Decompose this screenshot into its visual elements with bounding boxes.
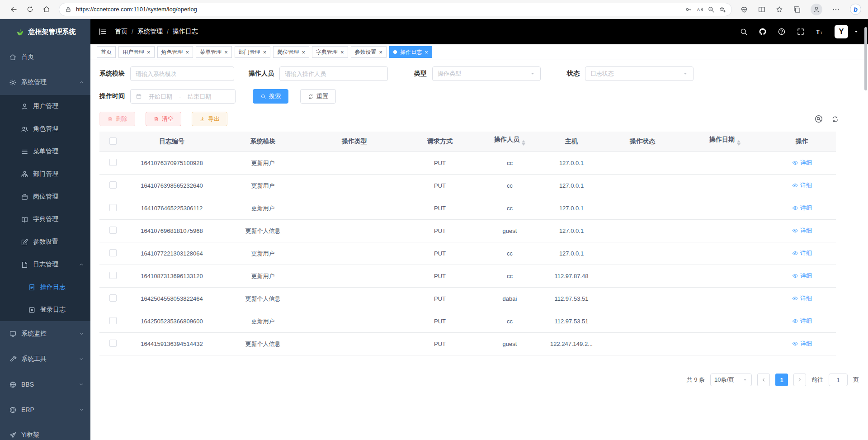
detail-link[interactable]: 详细: [792, 272, 812, 280]
reset-button[interactable]: 重置: [300, 89, 336, 104]
search-button[interactable]: 搜索: [253, 89, 288, 104]
next-page-button[interactable]: [793, 374, 806, 386]
collections-icon[interactable]: [793, 5, 801, 14]
start-date-input[interactable]: [145, 93, 176, 100]
tab-close-icon[interactable]: ×: [263, 49, 267, 55]
favorites-icon[interactable]: [775, 5, 783, 14]
tab-operlog[interactable]: 操作日志×: [389, 46, 432, 58]
column-header-operator[interactable]: 操作人员: [480, 132, 540, 152]
delete-button[interactable]: 删除: [99, 112, 135, 126]
refresh-table-button[interactable]: [831, 115, 839, 123]
sidebar-item-param[interactable]: 参数设置: [0, 231, 90, 253]
row-checkbox[interactable]: [109, 317, 117, 324]
row-checkbox[interactable]: [109, 249, 117, 256]
detail-link[interactable]: 详细: [792, 159, 812, 167]
password-key-icon[interactable]: [685, 6, 692, 13]
tab-close-icon[interactable]: ×: [147, 49, 151, 55]
tab-post[interactable]: 岗位管理×: [273, 46, 309, 58]
read-aloud-icon[interactable]: A: [696, 6, 703, 13]
tab-role[interactable]: 角色管理×: [157, 46, 193, 58]
sidebar-item-system[interactable]: 系统管理: [0, 70, 90, 95]
breadcrumb-item[interactable]: 首页: [115, 28, 127, 36]
detail-link[interactable]: 详细: [792, 294, 812, 303]
current-page-button[interactable]: 1: [775, 374, 788, 386]
help-icon[interactable]: [778, 28, 786, 36]
date-range-picker[interactable]: -: [130, 89, 236, 104]
goto-page-input[interactable]: [829, 374, 848, 386]
sidebar-item-operlog[interactable]: 操作日志: [0, 276, 90, 298]
sidebar-item-home[interactable]: 首页: [0, 44, 90, 70]
clear-button[interactable]: 清空: [146, 112, 181, 126]
breadcrumb-item[interactable]: 系统管理: [137, 28, 163, 36]
sidebar-item-monitor[interactable]: 系统监控: [0, 321, 90, 346]
prev-page-button[interactable]: [757, 374, 770, 386]
sidebar-item-role[interactable]: 角色管理: [0, 118, 90, 140]
header-search-icon[interactable]: [740, 28, 748, 36]
reload-button[interactable]: [23, 2, 37, 17]
export-button[interactable]: 导出: [192, 112, 227, 126]
tab-close-icon[interactable]: ×: [186, 49, 189, 55]
tab-close-icon[interactable]: ×: [425, 49, 428, 55]
row-checkbox[interactable]: [109, 227, 117, 234]
tab-dict[interactable]: 字典管理×: [312, 46, 348, 58]
sidebar-item-loginlog[interactable]: 登录日志: [0, 298, 90, 321]
font-size-icon[interactable]: TT: [816, 28, 824, 36]
sidebar-item-user[interactable]: 用户管理: [0, 95, 90, 118]
fullscreen-icon[interactable]: [797, 28, 805, 36]
sidebar-item-bbs[interactable]: BBS: [0, 372, 90, 397]
tab-user[interactable]: 用户管理×: [118, 46, 155, 58]
tab-dept[interactable]: 部门管理×: [235, 46, 271, 58]
status-select[interactable]: 日志状态: [585, 66, 693, 81]
add-favorite-icon[interactable]: [719, 6, 726, 13]
detail-link[interactable]: 详细: [792, 340, 812, 348]
tab-menu[interactable]: 菜单管理×: [196, 46, 232, 58]
sidebar-item-dict[interactable]: 字典管理: [0, 208, 90, 231]
sort-carets-icon[interactable]: [522, 138, 525, 147]
browser-home-button[interactable]: [39, 2, 53, 17]
end-date-input[interactable]: [184, 93, 215, 100]
row-checkbox[interactable]: [109, 159, 117, 166]
github-icon[interactable]: [759, 28, 767, 36]
zoom-out-icon[interactable]: [708, 6, 715, 13]
row-checkbox[interactable]: [109, 340, 117, 347]
row-checkbox[interactable]: [109, 294, 117, 302]
detail-link[interactable]: 详细: [792, 317, 812, 325]
detail-link[interactable]: 详细: [792, 227, 812, 235]
sidebar-item-tools[interactable]: 系统工具: [0, 346, 90, 372]
toggle-search-button[interactable]: [814, 114, 823, 123]
operator-input[interactable]: [279, 66, 388, 81]
split-screen-icon[interactable]: [758, 5, 766, 14]
tab-close-icon[interactable]: ×: [224, 49, 228, 55]
sidebar-item-log[interactable]: 日志管理: [0, 253, 90, 276]
select-all-checkbox[interactable]: [109, 137, 117, 145]
row-checkbox[interactable]: [109, 272, 117, 279]
tab-param[interactable]: 参数设置×: [351, 46, 387, 58]
tab-close-icon[interactable]: ×: [379, 49, 383, 55]
sidebar-item-menu[interactable]: 菜单管理: [0, 140, 90, 163]
collapse-sidebar-button[interactable]: [90, 19, 115, 44]
tab-home[interactable]: 首页: [97, 46, 116, 58]
browser-menu-icon[interactable]: [832, 5, 840, 14]
tab-close-icon[interactable]: ×: [302, 49, 305, 55]
row-checkbox[interactable]: [109, 181, 117, 189]
module-input[interactable]: [130, 66, 234, 81]
type-select[interactable]: 操作类型: [432, 66, 541, 81]
address-bar[interactable]: https://ccnetcore.com:1101/system/log/op…: [59, 3, 732, 16]
sidebar-item-yiframe[interactable]: Yi框架: [0, 422, 90, 440]
bing-copilot-icon[interactable]: b: [849, 3, 862, 15]
browser-profile-avatar[interactable]: [811, 4, 822, 15]
caret-down-icon[interactable]: [854, 29, 859, 34]
user-avatar[interactable]: Y: [835, 25, 848, 38]
tab-close-icon[interactable]: ×: [340, 49, 344, 55]
column-header-date[interactable]: 操作日期: [682, 132, 768, 152]
scrollbar-thumb[interactable]: [864, 27, 867, 90]
back-button[interactable]: [6, 2, 21, 17]
sidebar-item-dept[interactable]: 部门管理: [0, 163, 90, 185]
sidebar-item-erp[interactable]: ERP: [0, 397, 90, 422]
sort-carets-icon[interactable]: [737, 138, 741, 147]
row-checkbox[interactable]: [109, 204, 117, 211]
browser-essentials-icon[interactable]: [740, 5, 748, 14]
detail-link[interactable]: 详细: [792, 204, 812, 212]
sidebar-item-post[interactable]: 岗位管理: [0, 185, 90, 208]
page-size-select[interactable]: 10条/页: [710, 374, 752, 386]
